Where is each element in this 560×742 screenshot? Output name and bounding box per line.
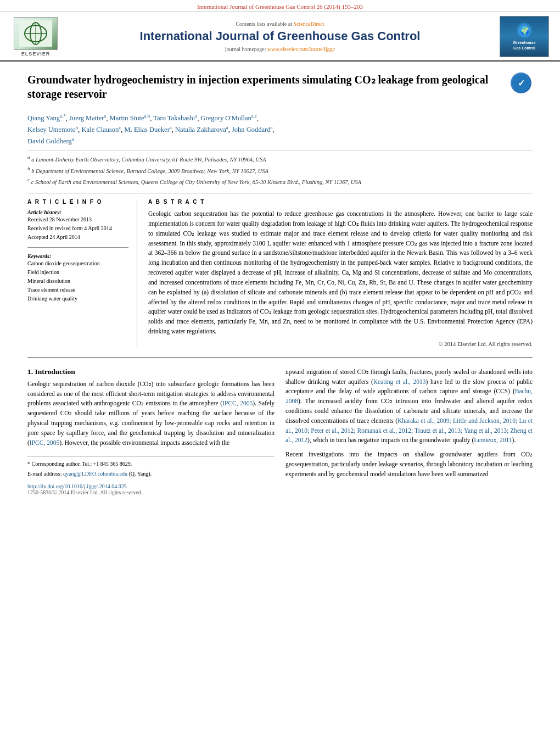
received-date: Received 28 November 2013 [27,215,128,224]
affiliation-a: a a Lamont-Doherty Earth Observatory, Co… [27,154,533,164]
author-juerg[interactable]: Juerg Matter [69,114,104,122]
journal-header: ELSEVIER Contents lists available at Sci… [0,12,560,62]
lemieux-ref[interactable]: Lemieux, 2011 [474,437,512,443]
history-label: Article history: [27,209,128,215]
footnote-name: (Q. Yang). [127,471,152,477]
two-col-section: A R T I C L E I N F O Article history: R… [27,199,533,347]
body-content: 1. Introduction Geologic sequestration o… [27,367,533,496]
history-dates: Received 28 November 2013 Received in re… [27,215,128,242]
author-kelsey[interactable]: Kelsey Umemoto [27,126,76,133]
intro-paragraph-right-2: Recent investigations into the impacts o… [285,450,533,479]
page-wrapper: International Journal of Greenhouse Gas … [0,0,560,506]
revised-date: Received in revised form 4 April 2014 [27,224,128,233]
homepage-link[interactable]: www.elsevier.com/locate/ijggc [267,46,335,52]
keyword-0: Carbon dioxide geosequestration [27,259,128,268]
journal-title: International Journal of Greenhouse Gas … [71,29,489,43]
doi: http://dx.doi.org/10.1016/j.ijggc.2014.0… [27,483,275,489]
article-info-col: A R T I C L E I N F O Article history: R… [27,199,137,347]
issn: 1750-5836/© 2014 Elsevier Ltd. All right… [27,489,275,495]
affiliation-b: b b Department of Environmental Science,… [27,165,533,175]
footnote-2: E-mail address: qyang@LDEO.columbia.edu … [27,470,275,478]
ipcc-2005-ref[interactable]: IPCC, 2005 [222,400,253,406]
science-direct-line: Contents lists available at ScienceDirec… [71,21,489,27]
journal-center: Contents lists available at ScienceDirec… [60,21,500,52]
copyright: © 2014 Elsevier Ltd. All rights reserved… [148,341,533,347]
article-title: Groundwater hydrogeochemistry in injecti… [27,72,511,101]
divider-1 [27,193,533,193]
intro-col-right: upward migration of stored CO₂ through f… [285,367,533,496]
main-divider [27,357,533,358]
article-title-section: Groundwater hydrogeochemistry in injecti… [27,72,533,105]
intro-col-left: 1. Introduction Geologic sequestration o… [27,367,275,496]
doi-link[interactable]: http://dx.doi.org/10.1016/j.ijggc.2014.0… [27,483,127,489]
intro-paragraph-right-1: upward migration of stored CO₂ through f… [285,367,533,446]
ipcc-2005-ref2[interactable]: IPCC, 2005 [30,439,59,446]
elsevier-logo: ELSEVIER [11,17,60,57]
globe-icon: 🌍 [516,23,533,39]
keywords-label: Keywords: [27,253,128,259]
affiliation-c: c c School of Earth and Environmental Sc… [27,176,533,186]
email-link[interactable]: qyang@LDEO.columbia.edu [63,471,127,477]
author-martin[interactable]: Martin Stute [110,114,144,122]
svg-text:✓: ✓ [518,79,525,88]
footnote-1: * Corresponding author. Tel.: +1 845 365… [27,460,275,468]
keywords-section: Keywords: Carbon dioxide geosequestratio… [27,253,128,303]
author-david[interactable]: David Goldberg [27,137,72,145]
keating-ref[interactable]: Keating et al., 2013 [373,378,426,385]
article-footer: http://dx.doi.org/10.1016/j.ijggc.2014.0… [27,483,275,495]
footnote-email-label: E-mail address: [27,471,63,477]
author-kale[interactable]: Kale Clauson [82,126,119,133]
abstract-col: A B S T R A C T Geologic carbon sequestr… [148,199,533,347]
keyword-2: Mineral dissolution [27,277,128,286]
journal-logo-box: 🌍 GreenhouseGas Control [500,16,549,57]
author-elias[interactable]: M. Elias Dueker [125,126,170,133]
elsevier-logo-box [14,17,58,50]
top-banner: International Journal of Greenhouse Gas … [0,0,560,12]
logo-text: GreenhouseGas Control [513,40,536,50]
author-john[interactable]: John Goddard [232,126,270,133]
crossmark-icon: ✓ [511,72,531,93]
article-content: Groundwater hydrogeochemistry in injecti… [0,62,560,506]
journal-homepage: journal homepage: www.elsevier.com/locat… [71,46,489,52]
author-gregory[interactable]: Gregory O'Mullan [201,114,251,122]
authors: Qiang Yanga,*, Juerg Mattera, Martin Stu… [27,112,533,147]
article-history: Article history: Received 28 November 20… [27,209,128,242]
keyword-1: Field injection [27,268,128,277]
author-qiang[interactable]: Qiang Yang [27,114,60,122]
divider-keywords [27,247,128,248]
abstract-header: A B S T R A C T [148,199,533,205]
author-taro[interactable]: Taro Takahashi [153,114,195,122]
science-direct-text: Contents lists available at [236,21,292,27]
author-natalia[interactable]: Natalia Zakharova [175,126,226,133]
article-info-header: A R T I C L E I N F O [27,199,128,205]
keyword-3: Trace element release [27,286,128,294]
accepted-date: Accepted 24 April 2014 [27,233,128,242]
intro-heading: 1. Introduction [27,367,275,376]
keyword-4: Drinking water quality [27,294,128,303]
intro-paragraph-left: Geologic sequestration of carbon dioxide… [27,380,275,448]
footnote-section: * Corresponding author. Tel.: +1 845 365… [27,456,275,478]
science-direct-link[interactable]: ScienceDirect [293,21,324,27]
elsevier-text: ELSEVIER [21,51,51,57]
banner-text: International Journal of Greenhouse Gas … [197,3,363,10]
crossmark-badge[interactable]: ✓ [511,72,533,94]
bachu-ref[interactable]: Bachu, 2008 [285,388,533,404]
homepage-text: journal homepage: [225,46,266,52]
affiliations: a a Lamont-Doherty Earth Observatory, Co… [27,150,533,186]
abstract-text: Geologic carbon sequestration has the po… [148,209,533,337]
